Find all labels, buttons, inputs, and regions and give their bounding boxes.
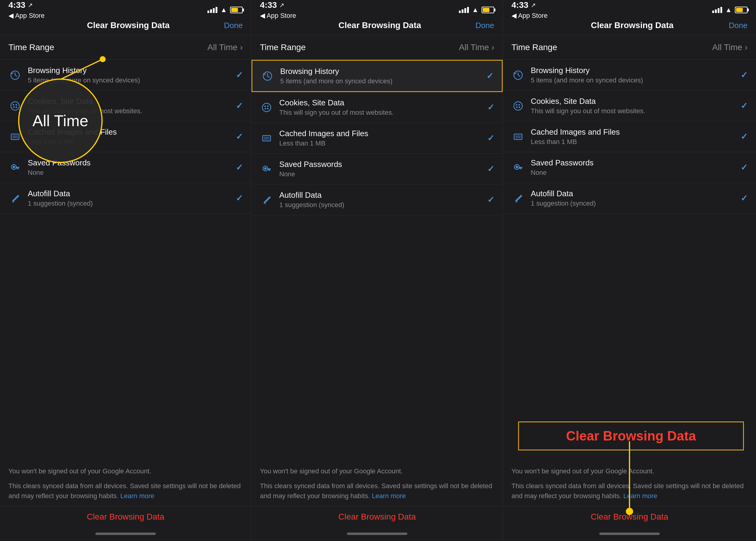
time-range-value-2[interactable]: All Time › — [459, 43, 494, 52]
svg-point-19 — [265, 108, 266, 109]
svg-point-4 — [13, 106, 15, 108]
list-item-passwords-2[interactable]: Saved Passwords None ✓ — [252, 154, 503, 185]
time-range-row-3[interactable]: Time Range All Time › — [503, 35, 756, 60]
cache-title-2: Cached Images and Files — [279, 129, 481, 138]
footer-1: You won't be signed out of your Google A… — [0, 459, 251, 506]
annotation-circle-text-1: All Time — [33, 112, 89, 130]
history-content-3: Browsing History 5 items (and more on sy… — [531, 66, 735, 84]
history-check-1: ✓ — [236, 70, 243, 80]
list-item-cache-2[interactable]: Cached Images and Files Less than 1 MB ✓ — [252, 123, 503, 154]
svg-rect-38 — [519, 167, 522, 168]
passwords-icon-3 — [511, 161, 525, 174]
battery-icon-2 — [481, 7, 494, 13]
history-icon-3 — [511, 69, 525, 82]
list-item-autofill-1[interactable]: Autofill Data 1 suggestion (synced) ✓ — [0, 183, 251, 214]
passwords-title-2: Saved Passwords — [279, 160, 481, 169]
cookies-title-3: Cookies, Site Data — [531, 97, 735, 106]
history-content-2: Browsing History 5 items (and more on sy… — [280, 67, 480, 85]
autofill-content-3: Autofill Data 1 suggestion (synced) — [531, 189, 735, 208]
time-range-row-2[interactable]: Time Range All Time › — [252, 35, 503, 60]
list-item-cookies-3[interactable]: Cookies, Site Data This will sign you ou… — [503, 91, 756, 121]
autofill-title-1: Autofill Data — [28, 189, 230, 198]
cookies-check-1: ✓ — [236, 101, 243, 111]
svg-point-20 — [267, 108, 269, 109]
passwords-icon-1 — [8, 161, 22, 174]
chevron-icon-3: › — [745, 43, 748, 52]
done-button-2[interactable]: Done — [475, 21, 494, 30]
cookies-content-3: Cookies, Site Data This will sign you ou… — [531, 97, 735, 115]
list-item-history-3[interactable]: Browsing History 5 items (and more on sy… — [503, 60, 756, 91]
panel-1: 4:33 ↗ ◀ App Store ▲ — [0, 0, 252, 541]
cache-subtitle-2: Less than 1 MB — [279, 140, 481, 147]
list-item-passwords-3[interactable]: Saved Passwords None ✓ — [503, 152, 756, 183]
status-icons-3: ▲ — [712, 6, 748, 14]
clear-button-2[interactable]: Clear Browsing Data — [252, 506, 503, 528]
learn-more-link-3[interactable]: Learn more — [623, 492, 658, 500]
time-range-value-3[interactable]: All Time › — [712, 43, 748, 52]
autofill-title-3: Autofill Data — [531, 189, 735, 198]
cache-content-2: Cached Images and Files Less than 1 MB — [279, 129, 481, 147]
list-item-autofill-2[interactable]: Autofill Data 1 suggestion (synced) ✓ — [252, 185, 503, 215]
nav-header-1: Clear Browsing Data Done — [0, 18, 251, 35]
history-title-1: Browsing History — [28, 66, 230, 75]
time-range-label-3: Time Range — [511, 43, 557, 52]
battery-fill-1 — [231, 8, 238, 12]
done-button-1[interactable]: Done — [224, 21, 243, 30]
time-range-value-1[interactable]: All Time › — [208, 43, 243, 52]
svg-point-9 — [13, 166, 15, 168]
wifi-icon-1: ▲ — [220, 6, 227, 14]
home-bar-3 — [599, 533, 660, 535]
svg-point-37 — [516, 166, 518, 168]
cookies-subtitle-3: This will sign you out of most websites. — [531, 107, 735, 115]
panel-2: 4:33 ↗ ◀ App Store ▲ — [252, 0, 503, 541]
list-item-cookies-2[interactable]: Cookies, Site Data This will sign you ou… — [252, 92, 503, 123]
learn-more-link-1[interactable]: Learn more — [121, 492, 155, 500]
svg-rect-35 — [515, 135, 521, 138]
status-bar-2: 4:33 ↗ ◀ App Store ▲ — [252, 0, 503, 18]
signed-out-text-2: You won't be signed out of your Google A… — [260, 466, 494, 476]
cookies-content-2: Cookies, Site Data This will sign you ou… — [279, 98, 481, 117]
autofill-check-2: ✓ — [487, 195, 494, 205]
status-icons-1: ▲ — [208, 6, 243, 14]
cookies-check-3: ✓ — [741, 101, 748, 111]
history-check-3: ✓ — [741, 70, 748, 80]
svg-point-18 — [267, 105, 269, 107]
signal-bars-2 — [459, 7, 469, 13]
cache-content-3: Cached Images and Files Less than 1 MB — [531, 127, 735, 146]
signal-bar-1 — [208, 11, 209, 13]
cookies-subtitle-2: This will sign you out of most websites. — [279, 109, 481, 117]
cookies-icon-3 — [511, 99, 525, 113]
nav-header-2: Clear Browsing Data Done — [252, 18, 503, 35]
panel-3: 4:33 ↗ ◀ App Store ▲ — [503, 0, 756, 541]
time-range-row-1[interactable]: Time Range All Time › — [0, 35, 251, 60]
list-item-passwords-1[interactable]: Saved Passwords None ✓ — [0, 152, 251, 183]
clear-button-3[interactable]: Clear Browsing Data — [503, 506, 756, 528]
autofill-icon-2 — [260, 193, 273, 207]
cookies-title-2: Cookies, Site Data — [279, 98, 481, 108]
autofill-check-3: ✓ — [741, 193, 748, 203]
learn-more-link-2[interactable]: Learn more — [372, 492, 406, 500]
status-bar-1: 4:33 ↗ ◀ App Store ▲ — [0, 0, 251, 18]
passwords-check-2: ✓ — [487, 164, 494, 174]
autofill-subtitle-3: 1 suggestion (synced) — [531, 200, 735, 208]
svg-rect-26 — [269, 169, 270, 171]
list-item-history-2[interactable]: Browsing History 5 items (and more on sy… — [252, 60, 503, 92]
done-button-3[interactable]: Done — [729, 21, 748, 30]
cache-icon-3 — [511, 130, 525, 143]
list-section-2: Browsing History 5 items (and more on sy… — [252, 60, 503, 459]
list-item-cache-3[interactable]: Cached Images and Files Less than 1 MB ✓ — [503, 121, 756, 152]
list-section-3: Browsing History 5 items (and more on sy… — [503, 60, 756, 459]
svg-point-32 — [516, 106, 518, 108]
status-time-3: 4:33 ↗ — [511, 0, 548, 10]
battery-tip-1 — [243, 8, 244, 11]
clear-button-1[interactable]: Clear Browsing Data — [0, 506, 251, 528]
nav-header-3: Clear Browsing Data Done — [503, 18, 756, 35]
battery-container-3 — [735, 7, 748, 13]
svg-rect-40 — [519, 168, 520, 169]
passwords-title-3: Saved Passwords — [531, 158, 735, 168]
list-item-autofill-3[interactable]: Autofill Data 1 suggestion (synced) ✓ — [503, 183, 756, 214]
battery-container-2 — [481, 7, 494, 13]
signal-bar-2 — [210, 9, 212, 13]
cache-check-3: ✓ — [741, 132, 748, 142]
history-icon-1 — [8, 69, 22, 82]
